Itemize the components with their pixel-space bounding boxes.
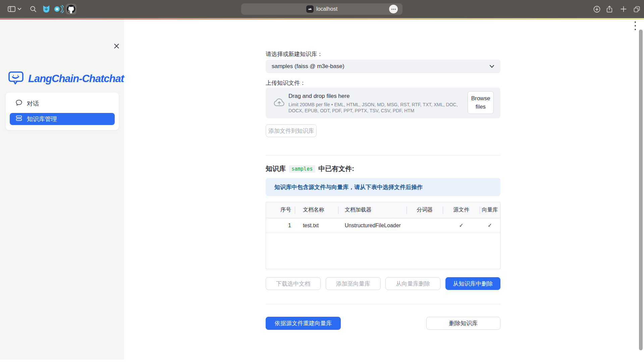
streamlit-menu-icon[interactable]: [633, 21, 638, 30]
search-icon[interactable]: [28, 0, 38, 18]
col-header-splitter: 分词器: [407, 202, 443, 218]
info-banner: 知识库中包含源文件与向量库，请从下表中选择文件后操作: [266, 178, 500, 196]
sidebar: LangChain-Chatchat 对话 知识库管理: [0, 19, 124, 360]
site-favicon: [306, 5, 314, 13]
add-files-to-kb-button[interactable]: 添加文件到知识库: [266, 124, 317, 137]
cell-name: test.txt: [295, 218, 338, 233]
upload-label: 上传知识文件：: [266, 79, 306, 87]
dropzone-title: Drag and drop files here: [288, 93, 350, 100]
delete-from-kb-button[interactable]: 从知识库中删除: [445, 277, 500, 290]
browser-toolbar: localhost: [0, 0, 644, 18]
share-icon[interactable]: [604, 0, 614, 18]
dropzone-limit-text: Limit 200MB per file • EML, HTML, JSON, …: [288, 102, 461, 114]
file-dropzone[interactable]: Drag and drop files here Limit 200MB per…: [266, 87, 500, 118]
kb-select-dropdown[interactable]: samples (faiss @ m3e-base): [266, 60, 500, 73]
files-table: 序号 文档名称 文档加载器 分词器 源文件 向量库 1 test.txt Uns…: [266, 202, 500, 269]
nav-item-label: 知识库管理: [27, 115, 57, 123]
downloads-icon[interactable]: [592, 0, 602, 18]
table-row[interactable]: 1 test.txt UnstructuredFileLoader ✓ ✓: [266, 218, 500, 233]
divider: [266, 155, 500, 156]
cell-splitter: [407, 218, 443, 233]
cell-vector-check: ✓: [480, 218, 500, 233]
new-tab-icon[interactable]: [619, 0, 629, 18]
sidebar-nav: 对话 知识库管理: [6, 93, 119, 130]
col-header-loader: 文档加载器: [338, 202, 407, 218]
sidebar-toggle-icon[interactable]: [7, 0, 16, 18]
browse-files-button[interactable]: Browse files: [468, 91, 494, 114]
rebuild-vector-store-button[interactable]: 依据源文件重建向量库: [266, 317, 341, 330]
col-header-name: 文档名称: [295, 202, 338, 218]
chat-bubble-icon: [15, 99, 22, 108]
file-action-buttons: 下载选中文档 添加至向量库 从向量库删除 从知识库中删除: [266, 277, 500, 290]
delete-kb-button[interactable]: 删除知识库: [426, 317, 500, 330]
nav-item-label: 对话: [27, 100, 39, 108]
github-extension-icon[interactable]: [66, 4, 76, 14]
download-selected-button[interactable]: 下载选中文档: [266, 277, 321, 290]
divider: [266, 304, 500, 304]
col-header-index: 序号: [266, 202, 295, 218]
files-section-heading: 知识库 samples 中已有文件:: [266, 164, 354, 173]
logo-chat-icon: [8, 71, 25, 86]
kb-name-code: samples: [289, 165, 315, 173]
add-to-vector-button[interactable]: 添加至向量库: [326, 277, 381, 290]
logo-text: LangChain-Chatchat: [28, 73, 124, 85]
kb-select-value: samples (faiss @ m3e-base): [272, 63, 344, 70]
kb-select-label: 请选择或新建知识库：: [266, 50, 323, 58]
app-logo: LangChain-Chatchat: [8, 71, 124, 86]
chevron-down-icon[interactable]: [17, 0, 22, 18]
remove-from-vector-button[interactable]: 从向量库删除: [385, 277, 440, 290]
sidebar-close-icon[interactable]: [112, 42, 121, 50]
cell-index: 1: [266, 218, 295, 233]
chevron-down-icon: [489, 65, 494, 68]
cell-loader: UnstructuredFileLoader: [338, 218, 407, 233]
url-text: localhost: [316, 6, 337, 12]
media-extension-icon[interactable]: [53, 0, 64, 18]
cloud-upload-icon: [273, 97, 285, 110]
address-bar[interactable]: localhost: [241, 3, 402, 15]
knowledge-base-icon: [15, 115, 22, 123]
table-header-row: 序号 文档名称 文档加载器 分词器 源文件 向量库: [266, 202, 500, 218]
heading-prefix: 知识库: [266, 164, 286, 173]
col-header-vector: 向量库: [480, 202, 500, 218]
kb-action-buttons: 依据源文件重建向量库 删除知识库: [266, 317, 500, 330]
extensions-menu-icon[interactable]: [389, 5, 398, 13]
nav-item-chat[interactable]: 对话: [10, 98, 115, 110]
info-text: 知识库中包含源文件与向量库，请从下表中选择文件后操作: [274, 183, 423, 191]
downloader-extension-icon[interactable]: [41, 0, 52, 18]
heading-suffix: 中已有文件:: [318, 164, 354, 173]
nav-item-kb-management[interactable]: 知识库管理: [10, 113, 115, 125]
cell-source-check: ✓: [443, 218, 480, 233]
col-header-source: 源文件: [443, 202, 480, 218]
scrollbar-thumb[interactable]: [639, 29, 643, 350]
tab-overview-icon[interactable]: [631, 0, 642, 18]
